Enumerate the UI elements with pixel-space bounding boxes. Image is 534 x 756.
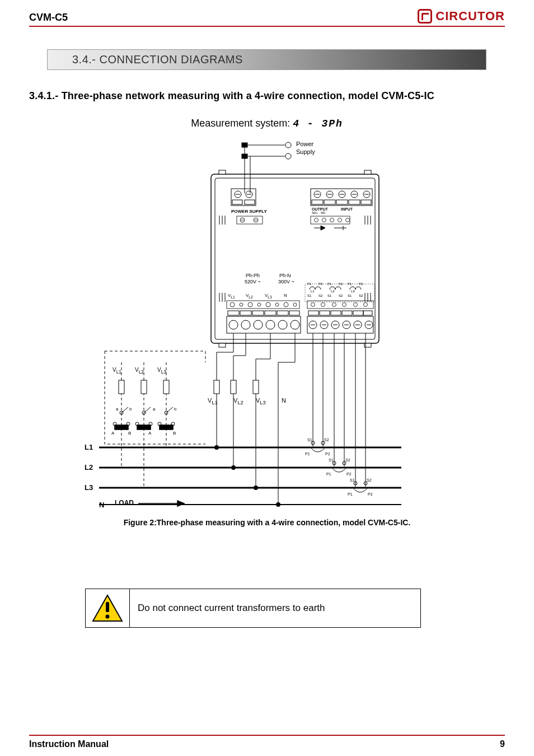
svg-rect-19 [232,200,242,204]
svg-rect-146 [137,425,151,430]
bus-s2-3: S2 [367,478,372,482]
svg-rect-42 [311,216,350,224]
warning-box: Do not connect current transformers to e… [85,589,421,628]
svg-rect-10 [219,170,226,174]
s1-b: S1 [327,294,331,297]
section-number: 3.4.- [72,53,96,66]
svg-rect-110 [331,311,341,315]
svg-point-84 [241,320,250,329]
phn-label: Ph-N [279,273,291,278]
svg-rect-94 [289,311,299,315]
section-heading-bar: 3.4.- CONNECTION DIAGRAMS [47,49,486,70]
svg-rect-95 [307,316,373,333]
s0minus-label: S0- [321,211,326,214]
s1-c: S1 [348,294,352,297]
svg-point-83 [229,320,238,329]
svg-marker-172 [177,501,184,506]
power-supply-block-label: POWER SUPPLY [231,209,267,214]
ct-l3: L3 [351,290,355,293]
warning-text: Do not connect current transformers to e… [130,589,421,628]
svg-rect-113 [363,311,372,315]
p2-c: P2 [359,282,363,286]
bus-l3: L3 [85,483,93,492]
svg-rect-155 [231,380,236,394]
svg-point-87 [278,320,287,329]
svg-rect-91 [252,311,264,315]
svg-rect-147 [160,425,173,430]
load-label: LOAD [115,499,134,507]
output-label: OUTPUT [312,207,328,211]
svg-rect-37 [237,216,263,224]
phph-v: 520V ~ [245,279,261,284]
svg-rect-93 [277,311,288,315]
s2-c: S2 [359,294,363,297]
p1-b: P1 [327,282,331,286]
brand-logo: CIRCUTOR [418,9,505,24]
svg-line-144 [166,407,173,413]
ct-B-1: B [128,431,131,436]
svg-point-4 [285,142,291,148]
bus-s1-1: S1 [307,438,312,442]
bus-s1-2: S1 [329,458,334,462]
power-supply-label-1: Power [296,141,313,147]
subsection-heading: 3.4.1.- Three-phase network measuring wi… [29,90,505,102]
svg-rect-34 [336,200,348,204]
bus-l1: L1 [85,443,93,451]
figure-caption: Figure 2:Three-phase measuring with a 4-… [29,518,505,527]
page-number: 9 [500,739,505,749]
header-bar: CVM-C5 CIRCUTOR [29,9,505,27]
ct-l1: L1 [311,290,315,293]
svg-rect-59 [227,301,299,309]
phph-label: Ph-Ph [246,273,260,278]
svg-rect-156 [253,380,259,394]
term-n: N [284,293,287,298]
svg-rect-138 [163,380,169,394]
svg-rect-109 [320,311,330,315]
svg-rect-136 [119,380,124,394]
svg-rect-11 [364,170,371,174]
svg-rect-145 [115,425,128,430]
measurement-system-line: Measurement system: 4 - 3Ph [29,118,505,129]
bus-s1-3: S1 [350,478,355,482]
s2-b: S2 [339,294,343,297]
svg-point-86 [266,320,275,329]
svg-rect-33 [324,200,335,204]
svg-point-164 [276,502,280,507]
opt-vl2: VL2 [135,367,144,375]
svg-rect-8 [211,174,379,343]
ct-l2: L2 [331,290,335,293]
subsection-number: 3.4.1.- [29,90,58,101]
term-vl3: VL3 [265,293,272,299]
svg-rect-174 [106,602,109,612]
svg-line-142 [144,407,151,413]
svg-rect-90 [240,311,251,315]
sw-a-2: a [153,407,155,412]
main-vl2: VL2 [233,397,243,405]
svg-point-88 [291,320,299,329]
sw-b-2: b [174,407,176,412]
svg-rect-36 [361,200,371,204]
ct-B-2: B [173,431,176,436]
measurement-label: Measurement system: [191,118,290,129]
subsection-title: Three-phase network measuring with a 4-w… [62,90,434,101]
bus-p1-3: P1 [348,492,353,496]
svg-point-175 [106,615,110,619]
s1-a: S1 [307,294,311,297]
diagram-svg [88,139,446,509]
p1-a: P1 [307,282,311,286]
svg-rect-111 [342,311,352,315]
main-vl1: VL1 [208,397,218,405]
svg-point-5 [285,153,291,159]
measurement-value: 4 - 3Ph [293,118,343,129]
bus-p1-2: P1 [326,472,331,476]
term-vl2: VL2 [246,293,253,299]
phn-v: 300V ~ [278,279,294,284]
bus-n: N [99,501,104,509]
svg-line-140 [121,407,128,413]
input-label: INPUT [341,207,353,211]
s2-a: S2 [318,294,322,297]
bus-p2-2: P2 [346,472,352,476]
footer: Instruction Manual 9 [29,735,505,749]
main-vl3: VL3 [256,397,266,405]
svg-rect-108 [308,311,318,315]
